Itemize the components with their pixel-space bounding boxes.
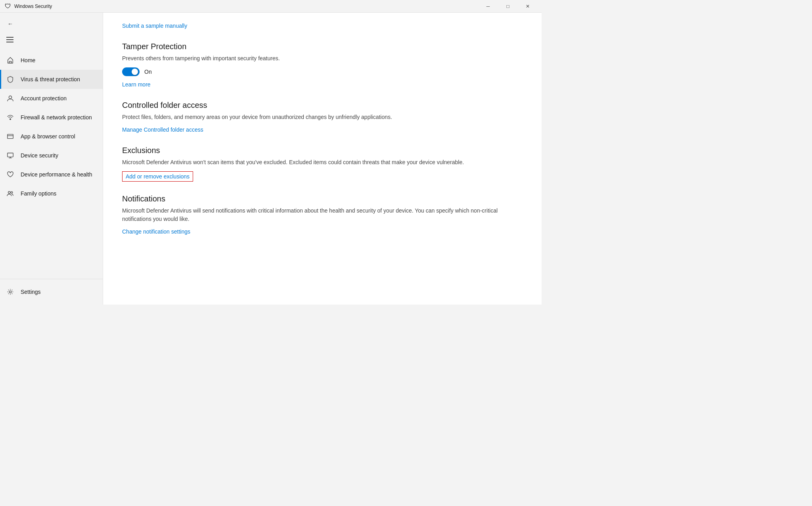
notifications-section: Notifications Microsoft Defender Antivir…	[122, 194, 523, 235]
back-icon: ←	[6, 20, 14, 28]
sidebar-label-app: App & browser control	[21, 133, 75, 140]
svg-point-1	[9, 96, 11, 99]
tamper-protection-title: Tamper Protection	[122, 42, 523, 51]
tamper-protection-desc: Prevents others from tampering with impo…	[122, 54, 523, 63]
gear-icon	[6, 288, 14, 296]
sidebar-item-settings[interactable]: Settings	[0, 282, 103, 301]
app-icon: 🛡	[5, 3, 11, 10]
sidebar-nav: Home Virus & threat protection Acco	[0, 51, 103, 279]
wifi-icon	[6, 113, 14, 121]
hamburger-button[interactable]	[0, 32, 103, 48]
svg-point-8	[9, 291, 11, 293]
sidebar-label-account: Account protection	[21, 95, 67, 102]
sidebar-label-settings: Settings	[21, 289, 41, 295]
change-notification-settings-link[interactable]: Change notification settings	[122, 228, 190, 235]
toggle-thumb	[132, 69, 138, 75]
people-icon	[6, 190, 14, 197]
close-button[interactable]: ✕	[519, 0, 537, 13]
sidebar-item-virus[interactable]: Virus & threat protection	[0, 70, 103, 89]
sidebar-label-firewall: Firewall & network protection	[21, 114, 92, 121]
exclusions-desc: Microsoft Defender Antivirus won't scan …	[122, 158, 523, 167]
svg-point-2	[10, 119, 11, 120]
notifications-title: Notifications	[122, 194, 523, 203]
sidebar-item-app[interactable]: App & browser control	[0, 127, 103, 146]
shield-icon	[6, 75, 14, 83]
computer-icon	[6, 151, 14, 159]
sidebar-item-home[interactable]: Home	[0, 51, 103, 70]
tamper-protection-section: Tamper Protection Prevents others from t…	[122, 42, 523, 88]
title-bar-title: Windows Security	[14, 4, 52, 9]
sidebar-label-device-health: Device performance & health	[21, 171, 92, 178]
submit-sample-link[interactable]: Submit a sample manually	[122, 23, 187, 29]
sidebar-label-virus: Virus & threat protection	[21, 76, 80, 82]
sidebar-item-device-security[interactable]: Device security	[0, 146, 103, 165]
heart-icon	[6, 171, 14, 178]
manage-controlled-folder-link[interactable]: Manage Controlled folder access	[122, 126, 203, 133]
svg-point-6	[8, 192, 10, 194]
minimize-button[interactable]: ─	[479, 0, 497, 13]
svg-rect-3	[8, 134, 13, 139]
person-icon	[6, 94, 14, 102]
sidebar-item-device-health[interactable]: Device performance & health	[0, 165, 103, 184]
tamper-protection-toggle-label: On	[144, 69, 152, 75]
svg-rect-0	[9, 61, 11, 63]
exclusions-title: Exclusions	[122, 146, 523, 155]
tamper-protection-toggle[interactable]	[122, 67, 140, 76]
maximize-button[interactable]: □	[499, 0, 517, 13]
controlled-folder-section: Controlled folder access Protect files, …	[122, 101, 523, 133]
controlled-folder-title: Controlled folder access	[122, 101, 523, 110]
svg-point-7	[11, 192, 13, 194]
main-content: Submit a sample manually Tamper Protecti…	[103, 13, 542, 305]
sidebar-item-account[interactable]: Account protection	[0, 89, 103, 108]
sidebar: ← Home	[0, 13, 103, 305]
tamper-learn-more-link[interactable]: Learn more	[122, 81, 151, 88]
title-bar: 🛡 Windows Security ─ □ ✕	[0, 0, 542, 13]
toggle-track	[122, 67, 140, 76]
notifications-desc: Microsoft Defender Antivirus will send n…	[122, 207, 523, 223]
back-button[interactable]: ←	[0, 16, 103, 32]
sidebar-label-family: Family options	[21, 190, 56, 197]
svg-rect-5	[8, 153, 13, 157]
tamper-protection-toggle-row: On	[122, 67, 523, 76]
hamburger-icon	[6, 37, 13, 42]
browser-icon	[6, 132, 14, 140]
home-icon	[6, 56, 14, 64]
submit-sample-section: Submit a sample manually	[122, 22, 523, 29]
sidebar-label-device-security: Device security	[21, 152, 58, 159]
controlled-folder-desc: Protect files, folders, and memory areas…	[122, 113, 523, 121]
sidebar-item-firewall[interactable]: Firewall & network protection	[0, 108, 103, 127]
exclusions-section: Exclusions Microsoft Defender Antivirus …	[122, 146, 523, 182]
sidebar-label-home: Home	[21, 57, 35, 63]
sidebar-item-family[interactable]: Family options	[0, 184, 103, 203]
add-remove-exclusions-link[interactable]: Add or remove exclusions	[122, 171, 193, 182]
